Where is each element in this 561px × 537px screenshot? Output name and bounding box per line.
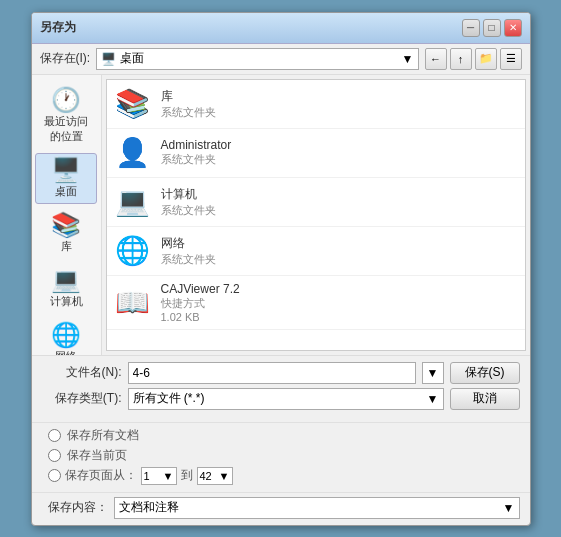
save-as-dialog: 另存为 ─ □ ✕ 保存在(I): 🖥️ 桌面 ▼ ← ↑ 📁 ☰ 🕐 最近访问… bbox=[31, 12, 531, 526]
list-item[interactable]: 📖 CAJViewer 7.2 快捷方式 1.02 KB bbox=[107, 276, 525, 330]
sidebar-item-label: 桌面 bbox=[55, 184, 77, 199]
filename-dropdown-arrow[interactable]: ▼ bbox=[422, 362, 444, 384]
file-info: 库 系统文件夹 bbox=[161, 88, 216, 120]
save-current-row: 保存当前页 bbox=[48, 447, 520, 464]
file-type: 系统文件夹 bbox=[161, 203, 216, 218]
cancel-button[interactable]: 取消 bbox=[450, 388, 520, 410]
filename-wrap: ▼ bbox=[128, 362, 444, 384]
file-icon: 🌐 bbox=[115, 233, 151, 269]
file-icon: 👤 bbox=[115, 135, 151, 171]
sidebar-item-label: 库 bbox=[61, 239, 72, 254]
save-current-label: 保存当前页 bbox=[67, 447, 127, 464]
save-all-radio[interactable] bbox=[48, 429, 61, 442]
maximize-button[interactable]: □ bbox=[483, 19, 501, 37]
recent-icon: 🕐 bbox=[51, 88, 81, 112]
to-page-value: 42 bbox=[200, 470, 212, 482]
sidebar-item-computer[interactable]: 💻 计算机 bbox=[35, 263, 97, 314]
library-icon: 📚 bbox=[51, 213, 81, 237]
file-name: Administrator bbox=[161, 138, 232, 152]
sidebar-item-label: 网络 bbox=[55, 349, 77, 355]
sidebar-item-label: 计算机 bbox=[50, 294, 83, 309]
file-info: CAJViewer 7.2 快捷方式 1.02 KB bbox=[161, 282, 240, 323]
file-icon: 💻 bbox=[115, 184, 151, 220]
save-all-row: 保存所有文档 bbox=[48, 427, 520, 444]
file-name: 网络 bbox=[161, 235, 216, 252]
save-button[interactable]: 保存(S) bbox=[450, 362, 520, 384]
minimize-button[interactable]: ─ bbox=[462, 19, 480, 37]
main-area: 🕐 最近访问的位置 🖥️ 桌面 📚 库 💻 计算机 🌐 网络 bbox=[32, 75, 530, 355]
file-icon: 📖 bbox=[115, 284, 151, 320]
save-content-label: 保存内容： bbox=[48, 499, 108, 516]
file-name: 计算机 bbox=[161, 186, 216, 203]
save-range-row: 保存页面从： 1 ▼ 到 42 ▼ bbox=[48, 467, 520, 485]
computer-icon: 💻 bbox=[51, 268, 81, 292]
location-toolbar: 保存在(I): 🖥️ 桌面 ▼ ← ↑ 📁 ☰ bbox=[32, 44, 530, 75]
list-item[interactable]: 👤 Administrator 系统文件夹 bbox=[107, 129, 525, 178]
file-type: 系统文件夹 bbox=[161, 152, 232, 167]
close-button[interactable]: ✕ bbox=[504, 19, 522, 37]
file-info: Administrator 系统文件夹 bbox=[161, 138, 232, 167]
sidebar: 🕐 最近访问的位置 🖥️ 桌面 📚 库 💻 计算机 🌐 网络 bbox=[32, 75, 102, 355]
list-item[interactable]: 🌐 网络 系统文件夹 bbox=[107, 227, 525, 276]
file-list: 📚 库 系统文件夹 👤 Administrator 系统文件夹 💻 计算机 系统… bbox=[106, 79, 526, 351]
to-page-dropdown[interactable]: 42 ▼ bbox=[197, 467, 233, 485]
to-label: 到 bbox=[181, 467, 193, 484]
file-name: CAJViewer 7.2 bbox=[161, 282, 240, 296]
filetype-dropdown[interactable]: 所有文件 (*.*) ▼ bbox=[128, 388, 444, 410]
desktop-icon: 🖥️ bbox=[51, 158, 81, 182]
sidebar-item-library[interactable]: 📚 库 bbox=[35, 208, 97, 259]
file-name: 库 bbox=[161, 88, 216, 105]
file-info: 网络 系统文件夹 bbox=[161, 235, 216, 267]
filetype-wrap: 所有文件 (*.*) ▼ bbox=[128, 388, 444, 410]
save-content-value: 文档和注释 bbox=[119, 499, 179, 516]
sidebar-item-label: 最近访问的位置 bbox=[40, 114, 92, 144]
save-content-dropdown[interactable]: 文档和注释 ▼ bbox=[114, 497, 520, 519]
sidebar-item-desktop[interactable]: 🖥️ 桌面 bbox=[35, 153, 97, 204]
sidebar-item-network[interactable]: 🌐 网络 bbox=[35, 318, 97, 355]
filename-input[interactable] bbox=[128, 362, 416, 384]
dialog-title: 另存为 bbox=[40, 19, 76, 36]
file-type: 系统文件夹 bbox=[161, 105, 216, 120]
from-page-dropdown[interactable]: 1 ▼ bbox=[141, 467, 177, 485]
view-button[interactable]: ☰ bbox=[500, 48, 522, 70]
sidebar-item-recent[interactable]: 🕐 最近访问的位置 bbox=[35, 83, 97, 149]
file-info: 计算机 系统文件夹 bbox=[161, 186, 216, 218]
to-dropdown-arrow: ▼ bbox=[219, 470, 230, 482]
radio-section: 保存所有文档 保存当前页 保存页面从： 1 ▼ 到 42 ▼ bbox=[32, 422, 530, 492]
new-folder-button[interactable]: 📁 bbox=[475, 48, 497, 70]
network-icon: 🌐 bbox=[51, 323, 81, 347]
dropdown-arrow-icon: ▼ bbox=[427, 392, 439, 406]
filetype-value: 所有文件 (*.*) bbox=[133, 390, 205, 407]
file-type: 快捷方式 1.02 KB bbox=[161, 296, 240, 323]
title-bar: 另存为 ─ □ ✕ bbox=[32, 13, 530, 44]
list-item[interactable]: 💻 计算机 系统文件夹 bbox=[107, 178, 525, 227]
bottom-form: 文件名(N): ▼ 保存(S) 保存类型(T): 所有文件 (*.*) ▼ 取消 bbox=[32, 355, 530, 420]
file-icon: 📚 bbox=[115, 86, 151, 122]
filetype-label: 保存类型(T): bbox=[42, 390, 122, 407]
save-content-arrow-icon: ▼ bbox=[503, 501, 515, 515]
filename-label: 文件名(N): bbox=[42, 364, 122, 381]
up-button[interactable]: ↑ bbox=[450, 48, 472, 70]
save-current-radio[interactable] bbox=[48, 449, 61, 462]
from-dropdown-arrow: ▼ bbox=[163, 470, 174, 482]
location-dropdown[interactable]: 🖥️ 桌面 ▼ bbox=[96, 48, 418, 70]
save-range-radio[interactable] bbox=[48, 469, 61, 482]
filename-row: 文件名(N): ▼ 保存(S) bbox=[42, 362, 520, 384]
list-item[interactable]: 📚 库 系统文件夹 bbox=[107, 80, 525, 129]
location-icon: 🖥️ 桌面 bbox=[101, 50, 144, 67]
save-in-label: 保存在(I): bbox=[40, 50, 91, 67]
file-type: 系统文件夹 bbox=[161, 252, 216, 267]
filetype-row: 保存类型(T): 所有文件 (*.*) ▼ 取消 bbox=[42, 388, 520, 410]
save-all-label: 保存所有文档 bbox=[67, 427, 139, 444]
dropdown-arrow-icon: ▼ bbox=[402, 52, 414, 66]
nav-icons: ← ↑ 📁 ☰ bbox=[425, 48, 522, 70]
from-page-value: 1 bbox=[144, 470, 150, 482]
save-content-row: 保存内容： 文档和注释 ▼ bbox=[32, 492, 530, 525]
save-range-label: 保存页面从： bbox=[65, 467, 137, 484]
title-controls: ─ □ ✕ bbox=[462, 19, 522, 37]
back-button[interactable]: ← bbox=[425, 48, 447, 70]
